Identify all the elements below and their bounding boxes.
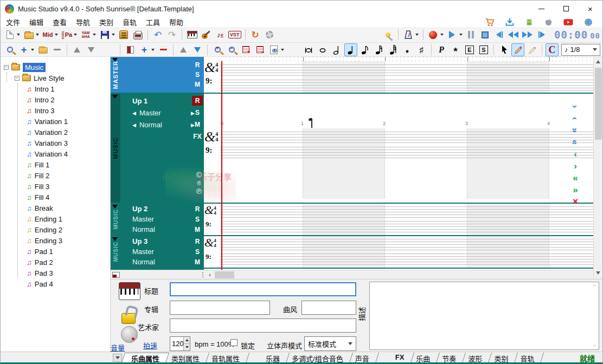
import-yamaha-dropdown[interactable] [93,34,96,36]
undo-button[interactable]: ↶ [151,28,164,41]
title-bar[interactable]: Music Studio v9.4.0 - Sofeh Sunrise® [De… [1,1,602,17]
add-category-dropdown[interactable] [31,49,34,51]
arrow-left-icon[interactable]: ◀ [132,122,136,128]
import-korg-button[interactable]: KORGPa [60,28,73,41]
lock-checkbox[interactable] [230,339,238,346]
collapse-track-icon[interactable] [112,58,118,62]
unlocked-padlock-icon[interactable] [121,313,136,324]
new-file-dropdown[interactable] [17,34,20,36]
bus-selector[interactable]: ◀Master▶ [132,109,161,117]
snap-value-combo[interactable]: ♪ 1/8 [561,44,600,56]
scroll-up-icon[interactable]: ⌃ [592,284,597,291]
scroll-left-arrow[interactable]: ‹ [206,271,214,278]
tree-item-pad-2[interactable]: ♫Pad 2 [4,257,110,268]
add-folder-button[interactable] [36,43,49,56]
tree-item-ending-2[interactable]: ♫Ending 2 [4,224,110,235]
tree-group-live-style[interactable]: − Live Style [4,73,110,83]
up2-staff-zone[interactable] [220,204,594,235]
scroll-down-icon[interactable]: ⌄ [592,341,597,348]
tree-item-pad-4[interactable]: ♫Pad 4 [4,278,110,289]
track-name[interactable]: Up 2 [132,205,147,213]
tree-item-pad-1[interactable]: ♫Pad 1 [4,246,110,257]
zoom-in-button[interactable]: + [211,43,224,56]
remove-category-button[interactable] [50,43,63,56]
master-solo-button[interactable]: S [192,70,203,80]
nav-down-button[interactable]: ‹ [574,112,577,124]
nav-right-button[interactable]: › [574,160,577,172]
metronome-button[interactable] [402,28,415,41]
up1-record-button[interactable]: R [192,96,203,106]
note-sixteenth-button[interactable] [373,43,386,56]
up2-record-button[interactable]: R [192,204,203,214]
mode-selector[interactable]: Normal [132,258,155,266]
nav-up-button[interactable]: › [574,100,577,112]
play-dropdown[interactable] [459,34,463,36]
pattern-view-button[interactable] [124,43,137,56]
master-mute-button[interactable]: M [192,80,203,89]
add-track-dropdown[interactable] [151,49,155,51]
import-midi-dropdown[interactable] [55,34,58,36]
menu-tools[interactable]: 工具 [146,17,160,27]
up3-solo-button[interactable]: S [192,247,203,257]
redo-button[interactable]: ↷ [165,28,178,41]
keyboard-button[interactable] [185,28,198,41]
tree-item-variation-4[interactable]: ♫Variation 4 [4,148,110,159]
album-input[interactable] [170,301,270,315]
volume-knob[interactable] [121,326,138,343]
android-icon[interactable] [525,18,534,27]
import-korg-dropdown[interactable] [74,34,77,36]
timeline-ruler[interactable] [220,57,594,61]
fast-forward-button[interactable] [521,28,534,41]
delete-button[interactable]: × [573,196,579,207]
import-midi-button[interactable]: Mid [41,28,54,41]
collapse-icon[interactable]: − [15,76,20,81]
scroll-thumb[interactable] [215,271,234,278]
select-tool-button[interactable] [497,43,510,56]
tree-item-intro-1[interactable]: ♫Intro 1 [4,83,110,94]
up2-mute-button[interactable]: M [192,225,203,235]
arrow-left-icon[interactable]: ◀ [132,110,136,116]
copyright-icon[interactable]: © [196,171,202,180]
remove-track-button[interactable] [157,43,170,56]
sharp-button[interactable]: ♯ [415,43,428,56]
splitter-grip[interactable] [202,271,204,278]
metronome-dropdown[interactable] [415,34,419,36]
tempo-link[interactable]: 拍速 [143,340,157,350]
pattern-corner-icon[interactable] [112,272,120,278]
note-whole-button[interactable] [316,43,329,56]
minimize-button[interactable] [529,1,554,17]
up1-fx-button[interactable]: FX [192,132,203,141]
collapse-track-icon[interactable] [112,205,118,209]
dot-button[interactable] [401,43,414,56]
view-options-button[interactable] [267,43,280,56]
eraser-tool-button[interactable] [525,43,538,56]
settings-button[interactable] [263,28,276,41]
genre-input[interactable] [302,301,356,315]
vertical-scrollbar[interactable] [593,57,602,279]
master-staff-zone[interactable] [220,61,594,93]
youtube-icon[interactable] [563,18,573,26]
move-down-button[interactable] [85,43,98,56]
vst-button[interactable]: VST [228,28,242,41]
tree-item-variation-2[interactable]: ♫Variation 2 [4,127,110,138]
title-input[interactable] [170,282,356,296]
snap-magnet-button[interactable]: C [546,43,559,56]
up3-track-header[interactable]: MUSIC Up 3 Master Normal R S M [111,236,204,268]
menu-view[interactable]: 查看 [53,17,67,27]
music-section-strip[interactable]: MUSIC [111,94,120,203]
master-record-button[interactable]: R [192,60,203,70]
tree-item-ending-1[interactable]: ♫Ending 1 [4,213,110,224]
mode-selector[interactable]: Normal [132,225,155,233]
up1-solo-button[interactable]: S [192,108,203,118]
open-button[interactable] [22,28,35,41]
tree-item-intro-2[interactable]: ♫Intro 2 [4,94,110,105]
up1-staff-zone[interactable] [220,128,594,199]
note-event[interactable] [311,119,312,128]
menu-navigate[interactable]: 导航 [76,17,90,27]
note-thirtysecond-button[interactable] [387,43,400,56]
view-options-dropdown[interactable] [281,49,284,51]
note-breve-button[interactable] [302,43,315,56]
record-button[interactable] [427,28,440,41]
stereo-mode-combo[interactable]: 标准模式 [304,336,356,351]
phonogram-icon[interactable]: ℗ [196,187,202,197]
